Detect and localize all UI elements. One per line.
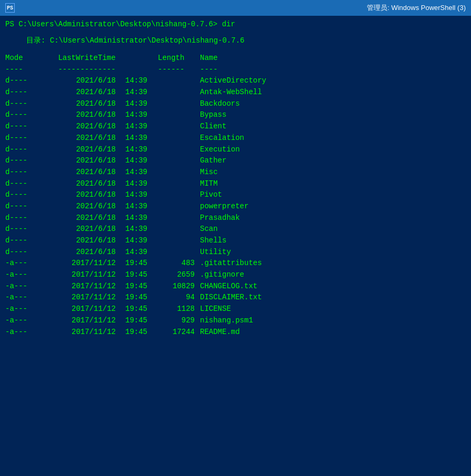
table-row: d---- 2021/6/18 14:39 Gather xyxy=(5,155,466,167)
cell-time: 19:45 xyxy=(121,315,158,327)
cell-name: powerpreter xyxy=(200,201,466,212)
table-row: -a--- 2017/11/12 19:45 2659 .gitignore xyxy=(5,269,466,281)
cell-date: 2017/11/12 xyxy=(53,327,121,338)
cell-name: MITM xyxy=(200,178,466,190)
cell-time: 14:39 xyxy=(121,235,158,247)
cell-mode: -a--- xyxy=(5,258,53,269)
cell-name: ActiveDirectory xyxy=(200,75,466,87)
table-row: d---- 2021/6/18 14:39 Utility xyxy=(5,247,466,258)
cell-date: 2021/6/18 xyxy=(53,133,121,144)
cell-time: 14:39 xyxy=(121,98,158,110)
powershell-icon: PS xyxy=(5,3,15,13)
cell-mode: d---- xyxy=(5,98,53,110)
table-row: d---- 2021/6/18 14:39 Bypass xyxy=(5,109,466,121)
cell-date: 2021/6/18 xyxy=(53,212,121,224)
title-bar-left: PS xyxy=(5,3,15,13)
cell-name: Backdoors xyxy=(200,98,466,110)
header-name: Name xyxy=(200,53,466,64)
table-row: d---- 2021/6/18 14:39 Misc xyxy=(5,167,466,178)
cell-date: 2021/6/18 xyxy=(53,144,121,156)
cell-time: 14:39 xyxy=(121,178,158,190)
table-divider-row: ---- ------------- ------ ---- xyxy=(5,64,466,76)
cell-length xyxy=(158,87,200,98)
cell-length: 1128 xyxy=(158,303,200,315)
cell-length: 483 xyxy=(158,258,200,269)
cell-name: Gather xyxy=(200,155,466,167)
cell-time: 19:45 xyxy=(121,258,158,269)
cell-date: 2021/6/18 xyxy=(53,121,121,133)
cell-name: Execution xyxy=(200,144,466,156)
table-row: d---- 2021/6/18 14:39 Scan xyxy=(5,224,466,235)
cell-mode: d---- xyxy=(5,167,53,178)
cell-mode: d---- xyxy=(5,155,53,167)
cell-date: 2021/6/18 xyxy=(53,224,121,235)
cell-date: 2021/6/18 xyxy=(53,87,121,98)
table-row: d---- 2021/6/18 14:39 Client xyxy=(5,121,466,133)
table-header-row: Mode LastWriteTime Length Name xyxy=(5,53,466,64)
cell-date: 2021/6/18 xyxy=(53,201,121,212)
cell-time: 14:39 xyxy=(121,247,158,258)
divider-name: ---- xyxy=(200,64,466,76)
table-row: d---- 2021/6/18 14:39 Backdoors xyxy=(5,98,466,110)
divider-length: ------ xyxy=(158,64,200,76)
table-row: d---- 2021/6/18 14:39 MITM xyxy=(5,178,466,190)
cell-mode: d---- xyxy=(5,201,53,212)
cell-time: 14:39 xyxy=(121,224,158,235)
table-row: d---- 2021/6/18 14:39 Antak-WebShell xyxy=(5,87,466,98)
header-mode: Mode xyxy=(5,53,53,64)
cell-name: .gitattributes xyxy=(200,258,466,269)
cell-name: README.md xyxy=(200,327,466,338)
cell-time: 19:45 xyxy=(121,281,158,292)
cell-name: Pivot xyxy=(200,189,466,201)
cell-mode: d---- xyxy=(5,144,53,156)
cell-length xyxy=(158,189,200,201)
cell-name: Utility xyxy=(200,247,466,258)
cell-length xyxy=(158,121,200,133)
cell-mode: -a--- xyxy=(5,327,53,338)
cell-time: 14:39 xyxy=(121,87,158,98)
cell-length xyxy=(158,144,200,156)
cell-name: Antak-WebShell xyxy=(200,87,466,98)
cell-name: Prasadhak xyxy=(200,212,466,224)
cell-date: 2021/6/18 xyxy=(53,155,121,167)
cell-length xyxy=(158,224,200,235)
cell-name: Client xyxy=(200,121,466,133)
directory-label: 目录: C:\Users\Administrator\Desktop\nisha… xyxy=(26,36,466,45)
cell-date: 2017/11/12 xyxy=(53,315,121,327)
cell-date: 2021/6/18 xyxy=(53,178,121,190)
cell-date: 2017/11/12 xyxy=(53,292,121,303)
table-row: -a--- 2017/11/12 19:45 1128 LICENSE xyxy=(5,303,466,315)
cell-time: 19:45 xyxy=(121,269,158,281)
table-row: d---- 2021/6/18 14:39 Pivot xyxy=(5,189,466,201)
cell-mode: d---- xyxy=(5,224,53,235)
cell-date: 2021/6/18 xyxy=(53,247,121,258)
cell-time: 14:39 xyxy=(121,144,158,156)
cell-time: 14:39 xyxy=(121,109,158,121)
cell-length xyxy=(158,167,200,178)
cell-date: 2017/11/12 xyxy=(53,269,121,281)
title-bar: PS 管理员: Windows PowerShell (3) xyxy=(0,0,471,16)
cell-name: Bypass xyxy=(200,109,466,121)
cell-date: 2021/6/18 xyxy=(53,235,121,247)
cell-date: 2017/11/12 xyxy=(53,303,121,315)
cell-mode: d---- xyxy=(5,121,53,133)
cell-time: 14:39 xyxy=(121,201,158,212)
table-row: -a--- 2017/11/12 19:45 483 .gitattribute… xyxy=(5,258,466,269)
cell-mode: d---- xyxy=(5,109,53,121)
cell-length xyxy=(158,247,200,258)
cell-name: Misc xyxy=(200,167,466,178)
cell-mode: -a--- xyxy=(5,303,53,315)
cell-mode: d---- xyxy=(5,87,53,98)
cell-date: 2021/6/18 xyxy=(53,167,121,178)
rows-container: d---- 2021/6/18 14:39 ActiveDirectory d-… xyxy=(5,75,466,338)
cell-time: 14:39 xyxy=(121,212,158,224)
cell-date: 2017/11/12 xyxy=(53,258,121,269)
cell-name: LICENSE xyxy=(200,303,466,315)
header-length: Length xyxy=(158,53,200,64)
cell-time: 14:39 xyxy=(121,167,158,178)
cell-length: 929 xyxy=(158,315,200,327)
terminal-body: PS C:\Users\Administrator\Desktop\nishan… xyxy=(0,16,471,476)
cell-length xyxy=(158,155,200,167)
cell-mode: -a--- xyxy=(5,315,53,327)
cell-length xyxy=(158,212,200,224)
